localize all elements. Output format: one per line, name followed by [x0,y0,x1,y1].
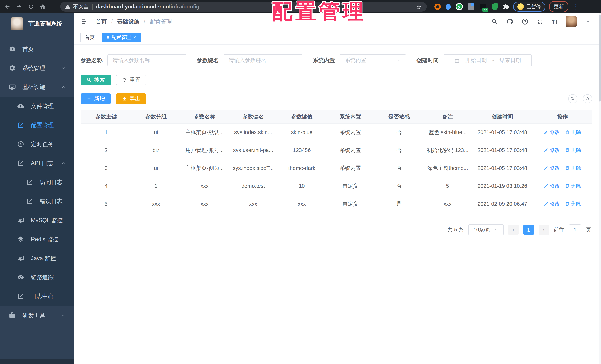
update-button[interactable]: 更新 [549,1,568,12]
sidebar-item-系统管理[interactable]: 系统管理 [0,59,74,78]
reload-icon[interactable] [27,3,35,11]
table-cell: 3 [80,159,132,177]
sidebar-item-API 日志[interactable]: API 日志 [0,154,74,173]
table-cell: 系统内置 [326,123,375,141]
sidebar-item-链路追踪[interactable]: 链路追踪 [0,268,74,287]
edit-link[interactable]: 修改 [544,165,560,171]
scrollbar-thumb[interactable] [599,15,601,101]
sidebar-item-访问日志[interactable]: 访问日志 [0,173,74,192]
collapse-sidebar-icon[interactable] [81,18,88,25]
delete-link[interactable]: 删除 [565,183,581,189]
param-key-input[interactable]: 请输入参数键名 [224,54,302,67]
brand[interactable]: 芋道管理系统 [0,13,74,33]
sidebar-item-MySQL 监控[interactable]: MySQL 监控 [0,211,74,230]
delete-link[interactable]: 删除 [565,147,581,153]
table-cell: 否 [375,159,423,177]
sidebar-item-Java 监控[interactable]: Java 监控 [0,249,74,268]
close-tab-icon[interactable]: × [133,35,136,40]
active-tab-dot [107,36,109,39]
refresh-list-button[interactable] [583,94,592,103]
grid-extension-icon[interactable] [468,3,474,10]
breadcrumb-infra[interactable]: 基础设施 [117,18,139,25]
warning-icon [65,4,70,10]
next-page-button[interactable]: › [539,224,549,235]
date-range-picker[interactable]: 开始日期 - 结束日期 [443,54,532,67]
sidebar-item-label: 基础设施 [22,83,45,91]
address-bar[interactable]: 不安全 | dashboard.yudao.iocoder.cn/infra/c… [60,2,427,12]
search-icon[interactable] [491,18,498,25]
chevron-up-icon [60,161,66,166]
delete-link[interactable]: 删除 [565,129,581,136]
breadcrumb-home[interactable]: 首页 [96,18,107,25]
tab-bar: 首页 配置管理 × [74,30,599,45]
y-circle-extension-icon[interactable]: y [455,3,463,10]
edit-link[interactable]: 修改 [544,183,560,189]
help-icon[interactable] [521,18,529,25]
table-cell: xxx [229,195,278,213]
green-extension-icon[interactable] [492,3,498,10]
sidebar-item-定时任务[interactable]: 定时任务 [0,135,74,154]
tab-config[interactable]: 配置管理 × [102,32,141,42]
list-extension-icon[interactable]: on [479,4,487,10]
toggle-search-button[interactable] [568,94,577,103]
sidebar-item-基础设施[interactable]: 基础设施 [0,78,74,97]
sidebar-item-文件管理[interactable]: 文件管理 [0,97,74,116]
dashboard-icon [9,46,16,52]
reset-button[interactable]: 重置 [116,75,146,85]
sidebar-item-研发工具[interactable]: 研发工具 [0,306,74,325]
sidebar-item-日志中心[interactable]: 日志中心 [0,287,74,306]
bookmark-star-icon[interactable] [416,3,422,10]
location-pin-extension-icon[interactable] [444,3,452,10]
fullscreen-icon[interactable] [537,18,544,25]
delete-link[interactable]: 删除 [565,201,581,207]
table-row: 2biz用户管理-账号...sys.user.init-pa...123456系… [80,141,592,159]
user-menu-caret-icon[interactable] [585,18,592,25]
search-button[interactable]: 搜索 [80,75,111,85]
sidebar-item-错误日志[interactable]: 错误日志 [0,192,74,211]
search-form: 参数名称 请输入参数名称 参数键名 请输入参数键名 系统内置 系统内置 创建时 [74,45,599,67]
table-cell: 主框架页-侧边... [180,159,229,177]
edit-link[interactable]: 修改 [544,201,560,207]
param-name-input[interactable]: 请输入参数名称 [108,54,186,67]
add-button[interactable]: 新增 [80,93,111,104]
sidebar-item-首页[interactable]: 首页 [0,40,74,59]
delete-link[interactable]: 删除 [565,165,581,171]
gear-icon [9,65,16,71]
sidebar-item-Redis 监控[interactable]: Redis 监控 [0,230,74,249]
table-cell: 123456 [278,141,326,159]
page-suffix: 页 [586,226,591,233]
sidebar-item-label: Redis 监控 [31,235,59,243]
goto-page-input[interactable]: 1 [569,224,581,235]
main-area: 首页 / 基础设施 / 配置管理 тT 首页 配置管理 [74,13,599,364]
breadcrumb: 首页 / 基础设施 / 配置管理 [96,18,172,25]
table-cell: 系统内置 [326,159,375,177]
security-status[interactable]: 不安全 [65,3,89,10]
column-header: 参数名称 [180,110,229,123]
paused-badge[interactable]: 已暂停 [513,2,545,12]
extensions-puzzle-icon[interactable] [503,3,510,10]
github-icon[interactable] [506,18,513,25]
page-size-select[interactable]: 10条/页 [468,224,503,235]
edit-link[interactable]: 修改 [544,147,560,153]
header-actions: тT [491,16,592,27]
font-size-icon[interactable]: тT [552,18,558,25]
sidebar-item-配置管理[interactable]: 配置管理 [0,116,74,135]
browser-menu-icon[interactable]: ⋮ [573,3,579,10]
goto-label: 前往 [554,226,564,233]
current-page-button[interactable]: 1 [523,224,534,235]
extension-icons: y on [434,3,510,10]
page-scrollbar[interactable] [599,13,601,364]
table-cell: 1 [80,123,132,141]
export-button[interactable]: 导出 [116,93,146,104]
total-count: 共 5 条 [448,226,464,233]
avatar[interactable] [566,16,577,27]
system-builtin-select[interactable]: 系统内置 [340,54,406,67]
prev-page-button[interactable]: ‹ [508,224,519,235]
home-icon[interactable] [39,3,47,11]
orange-ring-extension-icon[interactable] [434,3,441,10]
table-cell: sys.user.init-pa... [229,141,278,159]
forward-icon[interactable] [15,3,23,11]
tab-home[interactable]: 首页 [80,32,99,42]
edit-link[interactable]: 修改 [544,129,560,136]
back-icon[interactable] [3,3,11,11]
